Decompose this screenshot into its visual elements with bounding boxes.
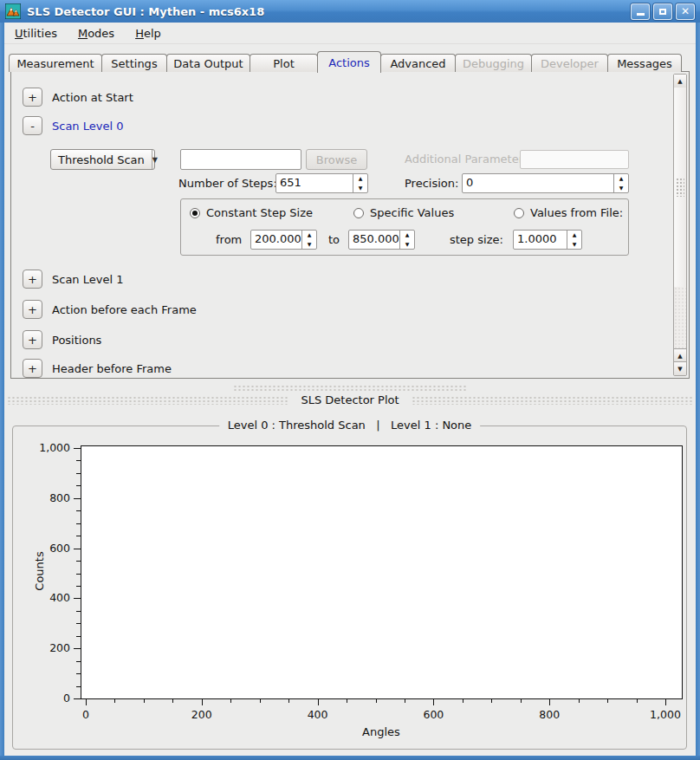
precision-label: Precision: (405, 177, 458, 190)
tab-plot[interactable]: Plot (250, 54, 318, 72)
browse-button: Browse (306, 149, 367, 170)
window-title: SLS Detector GUI : Mythen - mcs6x18 (27, 5, 631, 18)
tab-developer: Developer (531, 54, 608, 72)
tab-advanced[interactable]: Advanced (380, 54, 456, 72)
y-minor-tick (76, 673, 81, 674)
x-minor-tick (260, 699, 261, 703)
y-major-tick (74, 698, 81, 699)
section-scan-level-1: + Scan Level 1 (23, 270, 123, 289)
menu-modes[interactable]: Modes (78, 27, 114, 40)
vertical-scrollbar[interactable]: ▲ ▲ ▼ (673, 74, 687, 376)
plot-dock-titlebar[interactable]: SLS Detector Plot (7, 393, 693, 407)
scrollbar-thumb[interactable] (674, 88, 686, 288)
y-tick-label: 0 (13, 692, 70, 705)
x-major-tick (665, 699, 666, 705)
window-frame-left (0, 23, 4, 760)
expand-button-header-before-frame[interactable]: + (23, 359, 42, 378)
radio-constant-step-size[interactable]: Constant Step Size (190, 206, 313, 219)
chevron-down-icon: ▼ (152, 150, 158, 169)
scroll-up-button[interactable]: ▲ (674, 75, 686, 88)
x-major-tick (549, 699, 550, 705)
radio-specific-values[interactable]: Specific Values (353, 206, 454, 219)
radio-label: Values from File: (530, 206, 623, 219)
script-file-input[interactable] (180, 149, 301, 170)
scrollbar-grip-icon (676, 178, 684, 197)
precision-value: 0 (463, 174, 613, 192)
to-spinbox[interactable]: 850.0000 ▲▼ (348, 230, 415, 250)
minimize-button[interactable] (631, 3, 650, 20)
tab-data-output[interactable]: Data Output (166, 54, 250, 72)
number-of-steps-spinbox[interactable]: 651 ▲▼ (275, 173, 368, 193)
y-minor-tick (76, 510, 81, 511)
close-button[interactable]: ✕ (676, 3, 695, 20)
spin-down-icon[interactable]: ▼ (302, 240, 316, 250)
spin-down-icon[interactable]: ▼ (400, 240, 414, 250)
y-tick-label: 800 (13, 492, 70, 504)
scrollbar-track[interactable] (674, 287, 686, 348)
spin-up-icon[interactable]: ▲ (614, 174, 628, 184)
scroll-up-button-bottom[interactable]: ▲ (674, 348, 686, 362)
maximize-button[interactable] (653, 3, 672, 20)
precision-spinbox[interactable]: 0 ▲▼ (462, 173, 629, 193)
scroll-up-icon: ▲ (677, 353, 682, 360)
menu-help[interactable]: Help (135, 27, 161, 40)
step-size-value: 1.0000 (514, 231, 567, 249)
y-minor-tick (76, 536, 81, 536)
from-label: from (216, 233, 242, 246)
x-minor-tick (288, 699, 289, 703)
plot-canvas[interactable] (81, 445, 683, 699)
x-minor-tick (521, 699, 522, 703)
spin-down-icon[interactable]: ▼ (353, 184, 367, 193)
expand-button-positions[interactable]: + (23, 330, 42, 349)
step-size-spinbox[interactable]: 1.0000 ▲▼ (513, 230, 582, 250)
scan-mode-combobox[interactable]: Threshold Scan ▼ (50, 149, 155, 170)
to-label: to (328, 233, 340, 246)
y-tick-label: 200 (13, 642, 70, 654)
expand-button-scan-level-1[interactable]: + (23, 270, 42, 289)
y-tick-label: 600 (13, 542, 70, 555)
y-major-tick (74, 448, 81, 449)
splitter-handle[interactable] (233, 385, 467, 392)
y-major-tick (74, 648, 81, 649)
plot-dock-title: SLS Detector Plot (288, 393, 411, 406)
x-minor-tick (607, 699, 608, 703)
menu-utilities[interactable]: Utilities (15, 27, 57, 40)
y-minor-tick (76, 574, 81, 575)
tab-settings[interactable]: Settings (101, 54, 167, 72)
titlebar[interactable]: SLS Detector GUI : Mythen - mcs6x18 ✕ (0, 0, 700, 23)
y-major-tick (74, 549, 81, 549)
spin-down-icon[interactable]: ▼ (614, 184, 628, 193)
spin-down-icon[interactable]: ▼ (567, 240, 581, 250)
y-minor-tick (76, 636, 81, 637)
x-major-tick (318, 699, 319, 705)
spin-up-icon[interactable]: ▲ (567, 231, 581, 240)
section-label: Action at Start (52, 91, 133, 104)
x-minor-tick (347, 699, 347, 703)
from-spinbox[interactable]: 200.0000 ▲▼ (250, 230, 317, 250)
tab-measurement[interactable]: Measurement (9, 54, 102, 72)
tab-actions[interactable]: Actions (317, 51, 381, 73)
x-minor-tick (230, 699, 231, 703)
section-positions: + Positions (23, 330, 101, 349)
x-minor-tick (114, 699, 115, 703)
y-minor-tick (76, 623, 81, 624)
section-action-before-each-frame: + Action before each Frame (23, 300, 197, 319)
y-minor-tick (76, 561, 81, 562)
y-minor-tick (76, 661, 81, 662)
to-value: 850.0000 (349, 231, 399, 249)
radio-values-from-file[interactable]: Values from File: (514, 206, 623, 219)
expand-button-action-before-each-frame[interactable]: + (23, 300, 42, 319)
from-value: 200.0000 (251, 231, 301, 249)
expand-button-action-at-start[interactable]: + (23, 88, 42, 107)
scroll-down-button[interactable]: ▼ (674, 361, 686, 375)
scroll-up-icon: ▲ (677, 78, 682, 85)
spin-up-icon[interactable]: ▲ (400, 231, 414, 240)
collapse-button-scan-level-0[interactable]: - (23, 116, 42, 135)
spin-up-icon[interactable]: ▲ (302, 231, 316, 240)
dock-texture-left (7, 396, 288, 405)
number-of-steps-value: 651 (276, 174, 353, 192)
y-minor-tick (76, 473, 81, 474)
tab-messages[interactable]: Messages (607, 54, 682, 72)
menubar: Utilities Modes Help (4, 23, 696, 44)
spin-up-icon[interactable]: ▲ (353, 174, 367, 184)
